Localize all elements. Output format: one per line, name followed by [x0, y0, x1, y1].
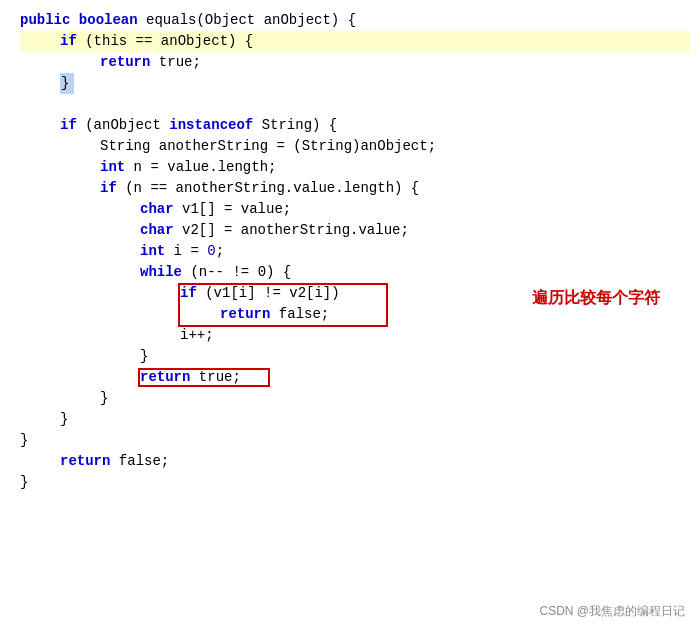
code-container: public boolean equals(Object anObject) {… [0, 0, 700, 632]
code-line: } [20, 388, 690, 409]
code-line: public boolean equals(Object anObject) { [20, 10, 690, 31]
code-line: char v1[] = value; [20, 199, 690, 220]
code-line: } [20, 73, 690, 94]
code-line: String anotherString = (String)anObject; [20, 136, 690, 157]
code-line: if (anObject instanceof String) { [20, 115, 690, 136]
code-line: } [20, 346, 690, 367]
code-line: return true; [20, 367, 690, 388]
code-line: int n = value.length; [20, 157, 690, 178]
annotation-text: 遍历比较每个字符 [532, 287, 660, 308]
keyword: boolean [79, 10, 138, 31]
code-line: return true; [20, 52, 690, 73]
code-line: i++; [20, 325, 690, 346]
watermark: CSDN @我焦虑的编程日记 [539, 601, 685, 622]
keyword: public [20, 10, 70, 31]
code-line: if (n == anotherString.value.length) { [20, 178, 690, 199]
return-true-box: return true; [20, 367, 690, 388]
code-line [20, 94, 690, 115]
code-line: } [20, 430, 690, 451]
code-line: } [20, 409, 690, 430]
code-line: if (this == anObject) { [20, 31, 690, 52]
code-line: } [20, 472, 690, 493]
red-box-group: if (v1[i] != v2[i]) return false; 遍历比较每个… [20, 283, 690, 325]
code-line: int i = 0; [20, 241, 690, 262]
code-line: while (n-- != 0) { [20, 262, 690, 283]
code-line: return false; [20, 451, 690, 472]
code-line: char v2[] = anotherString.value; [20, 220, 690, 241]
